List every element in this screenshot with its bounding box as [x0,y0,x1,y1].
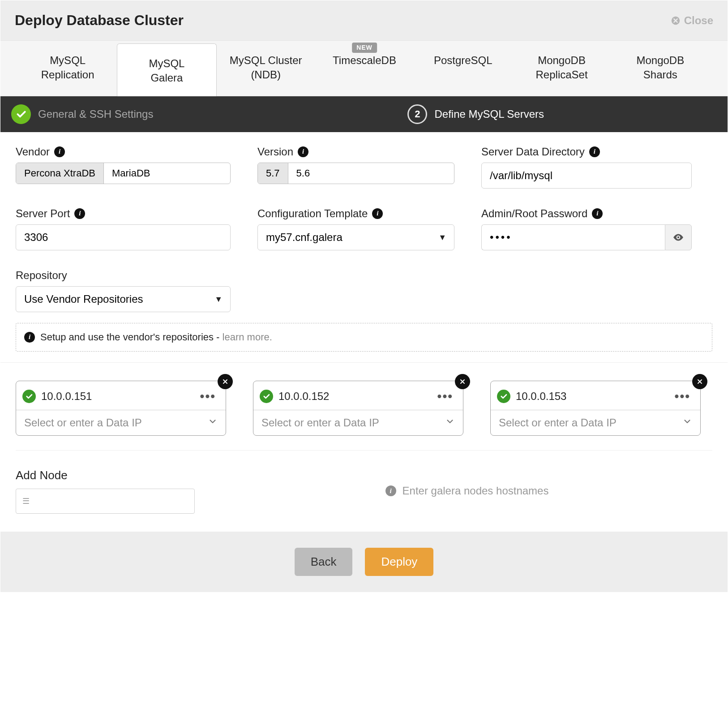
close-label: Close [684,14,713,27]
field-vendor: Vendor i Percona XtraDBMariaDB [16,146,231,189]
data-ip-placeholder: Select or enter a Data IP [24,417,142,429]
node-menu-button[interactable]: ••• [437,389,453,404]
remove-node-button[interactable] [692,374,707,389]
db-tab-mongodb[interactable]: MongoDB ReplicaSet [512,41,611,96]
vendor-option-mariadb[interactable]: MariaDB [103,163,158,184]
node-header: 10.0.0.153••• [491,381,700,410]
server-icon: ☰ [22,498,30,504]
learn-more-link[interactable]: learn more. [223,331,272,343]
node-data-ip-select[interactable]: Select or enter a Data IP [16,410,226,435]
db-tab-label: MySQL Galera [149,57,184,84]
deploy-dialog: Deploy Database Cluster Close MySQL Repl… [0,0,728,593]
info-icon[interactable]: i [589,146,600,157]
close-icon [222,378,229,385]
config-template-label: Configuration Template [257,207,368,220]
data-dir-label: Server Data Directory [481,146,585,158]
db-tab-label: MongoDB ReplicaSet [536,54,588,81]
node-card: 10.0.0.153•••Select or enter a Data IP [490,381,701,436]
server-port-input[interactable] [16,224,231,250]
repository-note: i Setup and use the vendor's repositorie… [16,323,712,352]
back-button[interactable]: Back [295,548,353,576]
node-card: 10.0.0.151•••Select or enter a Data IP [16,381,226,436]
vendor-option-percona-xtradb[interactable]: Percona XtraDB [16,163,103,184]
status-ok-icon [497,390,510,403]
db-tab-timescaledb[interactable]: NEWTimescaleDB [315,41,414,96]
field-server-port: Server Port i [16,207,231,250]
step-1[interactable]: General & SSH Settings [11,104,153,124]
chevron-down-icon [682,417,692,429]
dialog-title: Deploy Database Cluster [15,12,184,29]
repository-select[interactable] [16,286,231,312]
db-tab-postgresql[interactable]: PostgreSQL [414,41,512,96]
info-icon: i [385,485,396,496]
admin-password-input[interactable] [481,224,665,250]
step-2: 2 Define MySQL Servers [407,104,544,124]
data-dir-input[interactable] [481,163,692,189]
step2-circle: 2 [407,104,427,124]
add-node-section: Add Node ☰ i Enter galera nodes hostname… [0,440,728,532]
info-icon: i [24,332,35,343]
db-tab-mongodb[interactable]: MongoDB Shards [611,41,710,96]
chevron-down-icon [445,417,455,429]
db-tab-label: MySQL Replication [41,54,94,81]
step2-label: Define MySQL Servers [434,108,544,120]
vendor-segmented: Percona XtraDBMariaDB [16,163,231,184]
reveal-password-button[interactable] [665,224,692,250]
node-card: 10.0.0.152•••Select or enter a Data IP [253,381,463,436]
add-node-hint: i Enter galera nodes hostnames [385,485,549,497]
node-header: 10.0.0.152••• [253,381,463,410]
node-menu-button[interactable]: ••• [675,389,690,404]
config-template-select[interactable] [257,224,454,250]
check-icon [11,104,31,124]
node-data-ip-select[interactable]: Select or enter a Data IP [253,410,463,435]
node-ip: 10.0.0.151 [41,390,92,403]
svg-point-1 [677,236,679,238]
step1-label: General & SSH Settings [38,108,153,120]
vendor-label: Vendor [16,146,50,158]
node-ip: 10.0.0.152 [278,390,329,403]
node-menu-button[interactable]: ••• [200,389,216,404]
field-config-template: Configuration Template i ▼ [257,207,454,250]
node-data-ip-select[interactable]: Select or enter a Data IP [491,410,700,435]
db-tab-mysql-cluster[interactable]: MySQL Cluster (NDB) [217,41,315,96]
close-icon [459,378,466,385]
db-tab-label: TimescaleDB [333,54,396,66]
field-repository: Repository ▼ [16,269,231,312]
dialog-footer: Back Deploy [0,532,728,592]
add-node-input[interactable]: ☰ [16,489,195,514]
version-segmented: 5.75.6 [257,163,454,184]
field-data-directory: Server Data Directory i [481,146,692,189]
deploy-button[interactable]: Deploy [365,548,433,576]
db-tab-label: MongoDB Shards [636,54,684,81]
data-ip-placeholder: Select or enter a Data IP [261,417,379,429]
version-option-5-6[interactable]: 5.6 [288,163,318,184]
eye-icon [672,232,684,243]
db-tab-label: MySQL Cluster (NDB) [230,54,302,81]
info-icon[interactable]: i [592,208,603,219]
new-badge: NEW [352,43,377,53]
status-ok-icon [260,390,273,403]
close-icon [696,378,703,385]
info-icon[interactable]: i [74,208,85,219]
db-type-tabs: MySQL ReplicationMySQL GaleraMySQL Clust… [0,40,728,96]
repository-note-text: Setup and use the vendor's repositories … [40,331,223,343]
version-option-5-7[interactable]: 5.7 [258,163,288,184]
add-node-hint-text: Enter galera nodes hostnames [403,485,549,497]
version-label: Version [257,146,293,158]
close-button[interactable]: Close [671,14,713,27]
field-version: Version i 5.75.6 [257,146,454,189]
remove-node-button[interactable] [455,374,470,389]
info-icon[interactable]: i [372,208,383,219]
db-tab-mysql[interactable]: MySQL Galera [117,43,216,96]
add-node-title: Add Node [16,468,195,482]
node-header: 10.0.0.151••• [16,381,226,410]
db-tab-mysql[interactable]: MySQL Replication [18,41,117,96]
info-icon[interactable]: i [298,146,308,157]
info-icon[interactable]: i [54,146,65,157]
remove-node-button[interactable] [218,374,233,389]
nodes-section: 10.0.0.151•••Select or enter a Data IP10… [0,363,728,440]
titlebar: Deploy Database Cluster Close [0,0,728,40]
close-icon [671,16,681,26]
server-port-label: Server Port [16,207,70,220]
db-tab-label: PostgreSQL [434,54,492,66]
